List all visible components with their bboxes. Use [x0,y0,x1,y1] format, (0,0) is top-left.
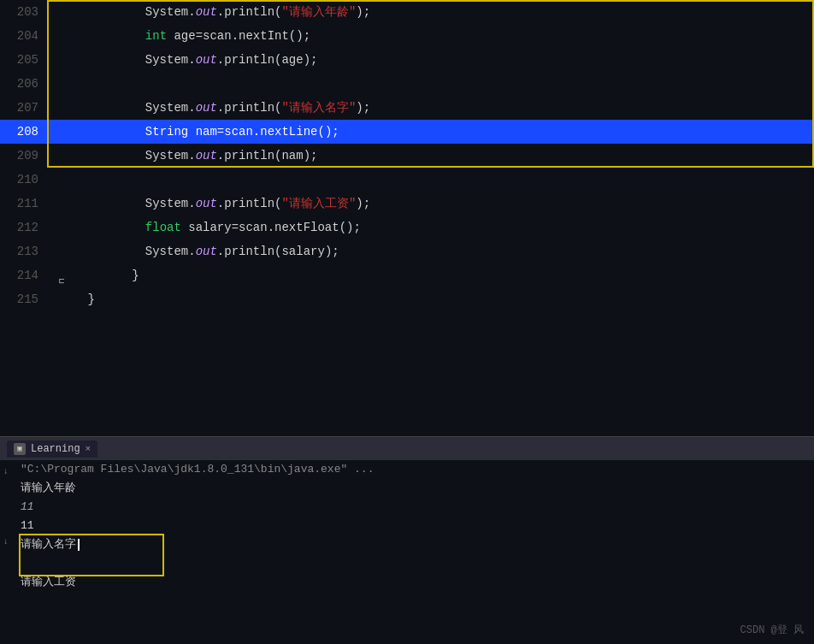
code-row-204: int age=scan.nextInt(); [47,24,814,48]
line-number-211: 211 [0,192,47,216]
code-lines: System.out.println("请输入年龄"); int age=sca… [47,0,814,436]
line-numbers: 203204205206207208209210211212213214215 [0,0,47,436]
editor-area: 203204205206207208209210211212213214215 … [0,0,814,436]
tab-close-button[interactable]: × [86,444,91,454]
code-row-209: System.out.println(nam); [47,144,814,168]
code-row-203: System.out.println("请输入年龄"); [47,0,814,24]
terminal-line-0: "C:\Program Files\Java\jdk1.8.0_131\bin\… [21,460,814,479]
terminal-line-2: 11 [21,498,814,517]
terminal-bar: ▣ Learning × [0,436,814,460]
line-number-204: 204 [0,24,47,48]
line-number-210: 210 [0,168,47,192]
terminal-line-5 [21,554,814,573]
code-row-212: float salary=scan.nextFloat(); [47,216,814,239]
terminal-line-3: 11 [21,517,814,535]
terminal-line-6: 请输入工资 [21,573,814,592]
line-number-206: 206 [0,72,47,96]
code-row-215: } [47,287,814,311]
code-row-214: ⊏ } [47,263,814,287]
line-number-212: 212 [0,216,47,239]
terminal-cursor [78,539,80,551]
code-row-211: System.out.println("请输入工资"); [47,192,814,216]
tab-label: Learning [31,443,80,455]
terminal-output: "C:\Program Files\Java\jdk1.8.0_131\bin\… [15,460,814,592]
code-row-213: System.out.println(salary); [47,239,814,263]
watermark: CSDN @登 风 [740,623,804,637]
line-number-215: 215 [0,287,47,311]
line-number-213: 213 [0,239,47,263]
terminal-area: ↓ ↓ "C:\Program Files\Java\jdk1.8.0_131\… [0,460,814,644]
terminal-left-icons: ↓ ↓ [0,460,12,547]
line-number-208: 208 [0,120,47,144]
terminal-tab[interactable]: ▣ Learning × [7,440,97,458]
terminal-line-4: 请输入名字 [21,535,814,554]
terminal-icon: ▣ [14,443,26,455]
terminal-side-icon-2: ↓ [0,535,12,547]
code-row-207: System.out.println("请输入名字"); [47,96,814,120]
bookmark-icon: ⊏ [59,269,71,281]
terminal-line-1: 请输入年龄 [21,479,814,498]
line-number-214: 214 [0,263,47,287]
code-row-210 [47,168,814,192]
terminal-side-icon-1: ↓ [0,465,12,477]
code-row-208: String nam=scan.nextLine(); [47,120,814,144]
line-number-205: 205 [0,48,47,72]
code-row-206 [47,72,814,96]
line-number-207: 207 [0,96,47,120]
terminal-content: ↓ ↓ "C:\Program Files\Java\jdk1.8.0_131\… [0,460,814,644]
line-number-203: 203 [0,0,47,24]
line-number-209: 209 [0,144,47,168]
code-row-205: System.out.println(age); [47,48,814,72]
